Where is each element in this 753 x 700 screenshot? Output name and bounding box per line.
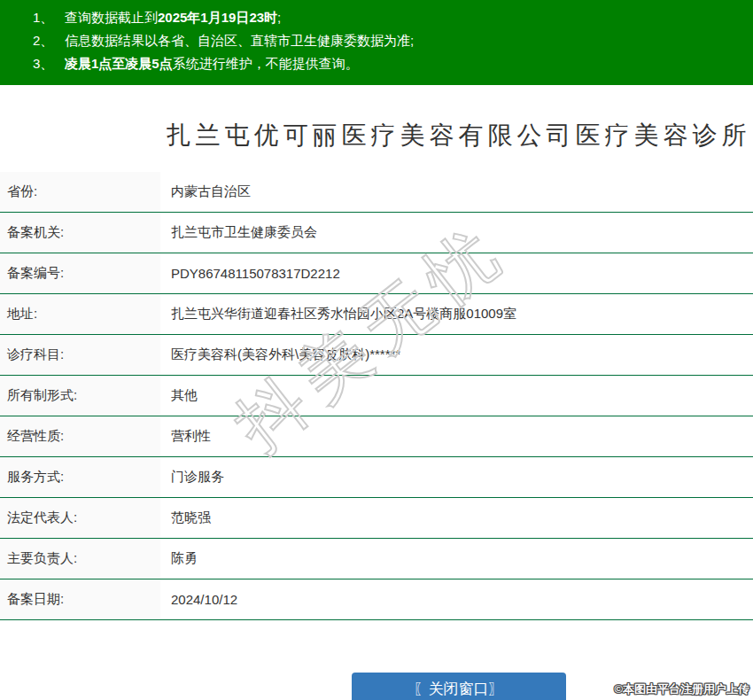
table-row: 主要负责人:陈勇 <box>0 539 753 579</box>
row-label: 法定代表人: <box>0 498 160 538</box>
row-value: 其他 <box>160 376 753 416</box>
row-label: 备案日期: <box>0 579 160 619</box>
notice-line: 2、信息数据结果以各省、自治区、直辖市卫生健康委数据为准; <box>33 29 753 52</box>
row-value: 2024/10/12 <box>160 579 753 619</box>
row-value: 扎兰屯市卫生健康委员会 <box>160 213 753 253</box>
row-label: 服务方式: <box>0 457 160 497</box>
notice-line-text: 查询数据截止到2025年1月19日23时; <box>65 6 281 29</box>
table-row: 省份:内蒙古自治区 <box>0 172 753 213</box>
page-title: 扎兰屯优可丽医疗美容有限公司医疗美容诊所 <box>0 119 753 152</box>
row-value: 陈勇 <box>160 539 753 579</box>
row-value: 营利性 <box>160 416 753 456</box>
record-table: 省份:内蒙古自治区备案机关:扎兰屯市卫生健康委员会备案编号:PDY8674811… <box>0 172 753 620</box>
row-label: 备案机关: <box>0 213 160 253</box>
row-value: 医疗美容科(美容外科\美容皮肤科)****** <box>160 335 753 375</box>
row-label: 诊疗科目: <box>0 335 160 375</box>
notice-line-text: 凌晨1点至凌晨5点系统进行维护，不能提供查询。 <box>65 52 359 75</box>
close-window-button[interactable]: 〖关闭窗口〗 <box>352 673 566 700</box>
row-label: 省份: <box>0 172 160 212</box>
notice-line: 1、查询数据截止到2025年1月19日23时; <box>33 6 753 29</box>
row-value: 扎兰屯兴华街道迎春社区秀水怡园小区2A号楼商服01009室 <box>160 294 753 334</box>
table-row: 经营性质:营利性 <box>0 416 753 457</box>
row-value: 范晓强 <box>160 498 753 538</box>
table-row: 诊疗科目:医疗美容科(美容外科\美容皮肤科)****** <box>0 335 753 376</box>
notice-line-text: 信息数据结果以各省、自治区、直辖市卫生健康委数据为准; <box>65 29 414 52</box>
table-row: 法定代表人:范晓强 <box>0 498 753 539</box>
table-row: 所有制形式:其他 <box>0 376 753 416</box>
notice-line-number: 3、 <box>33 52 65 75</box>
notice-line-number: 2、 <box>33 29 65 52</box>
table-row: 服务方式:门诊服务 <box>0 457 753 498</box>
row-label: 所有制形式: <box>0 376 160 416</box>
notice-line-number: 1、 <box>33 6 65 29</box>
row-label: 经营性质: <box>0 416 160 456</box>
row-label: 主要负责人: <box>0 539 160 579</box>
table-row: 备案编号:PDY86748115078317D2212 <box>0 253 753 294</box>
row-value: PDY86748115078317D2212 <box>160 253 753 293</box>
row-label: 备案编号: <box>0 253 160 293</box>
row-value: 内蒙古自治区 <box>160 172 753 212</box>
row-label: 地址: <box>0 294 160 334</box>
notice-line: 3、凌晨1点至凌晨5点系统进行维护，不能提供查询。 <box>33 52 753 75</box>
row-value: 门诊服务 <box>160 457 753 497</box>
notice-banner: 1、查询数据截止到2025年1月19日23时;2、信息数据结果以各省、自治区、直… <box>0 0 753 85</box>
table-row: 备案机关:扎兰屯市卫生健康委员会 <box>0 213 753 253</box>
image-copyright-watermark: ©本图由平台注册用户上传 <box>614 681 749 697</box>
table-row: 地址:扎兰屯兴华街道迎春社区秀水怡园小区2A号楼商服01009室 <box>0 294 753 335</box>
table-row: 备案日期:2024/10/12 <box>0 579 753 620</box>
page: 1、查询数据截止到2025年1月19日23时;2、信息数据结果以各省、自治区、直… <box>0 0 753 700</box>
